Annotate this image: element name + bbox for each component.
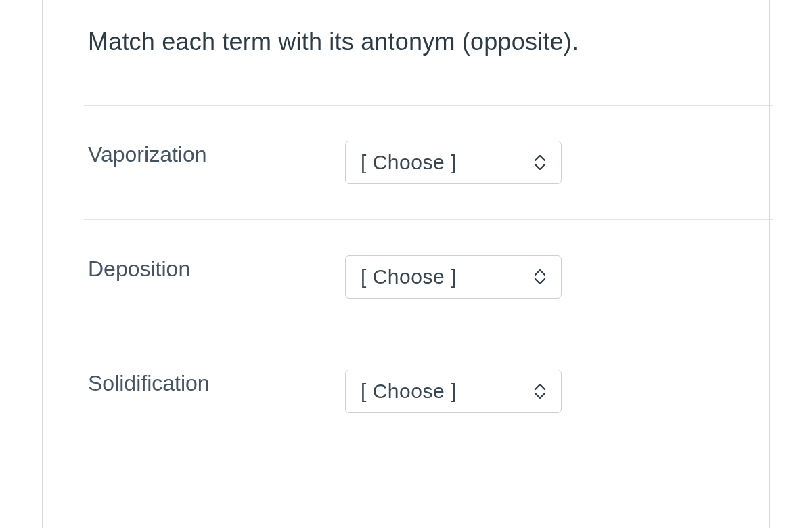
question-content: Match each term with its antonym (opposi… bbox=[0, 0, 812, 448]
term-label: Solidification bbox=[88, 370, 345, 396]
chevron-updown-icon bbox=[534, 155, 546, 170]
dropdown-placeholder: [ Choose ] bbox=[361, 265, 505, 288]
match-row: Deposition [ Choose ] bbox=[88, 220, 724, 334]
card-border-right bbox=[769, 0, 770, 528]
choose-dropdown[interactable]: [ Choose ] bbox=[345, 370, 562, 413]
chevron-updown-icon bbox=[534, 384, 546, 399]
term-label: Deposition bbox=[88, 255, 345, 282]
choose-dropdown[interactable]: [ Choose ] bbox=[345, 255, 562, 299]
card-border-left bbox=[42, 0, 43, 528]
question-prompt: Match each term with its antonym (opposi… bbox=[88, 26, 724, 59]
term-label: Vaporization bbox=[88, 141, 345, 167]
chevron-updown-icon bbox=[534, 269, 546, 284]
dropdown-placeholder: [ Choose ] bbox=[361, 151, 505, 174]
choose-dropdown[interactable]: [ Choose ] bbox=[345, 141, 562, 184]
match-row: Solidification [ Choose ] bbox=[88, 334, 724, 448]
match-row: Vaporization [ Choose ] bbox=[88, 106, 724, 219]
dropdown-placeholder: [ Choose ] bbox=[361, 380, 505, 403]
